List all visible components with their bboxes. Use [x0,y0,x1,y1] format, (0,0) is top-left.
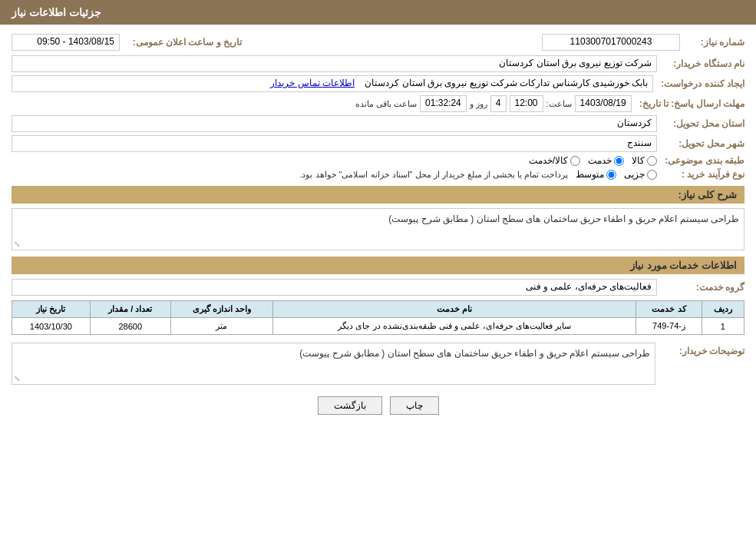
col-tedad: تعداد / مقدار [90,301,170,318]
tabaqe-kala-radio[interactable] [647,156,657,166]
ferayand-mottasat-item: متوسط [576,169,616,180]
row-tabaqe: طبقه بندی موضوعی: کالا خدمت کالا/خدمت [12,155,744,166]
shahr-label: شهر محل تحویل: [660,138,744,149]
deadline-row: 1403/08/19 ساعت: 12:00 4 روز و 01:32:24 … [355,95,632,112]
row-anjam: ایجاد کننده درخواست: بابک خورشیدی کارشنا… [12,75,744,92]
tabaqe-kala-item: کالا [632,155,657,166]
mohlat-saat-label: ساعت: [546,99,572,109]
cell-nam: سایر فعالیت‌های حرفه‌ای، علمی و فنی طبقه… [273,318,636,335]
cell-kod: ز-74-749 [636,318,702,335]
shomareNiaz-label: شماره نیاز: [683,37,744,48]
anjam-label: ایجاد کننده درخواست: [656,78,744,89]
toseif-label: توضیحات خریدار: [660,346,744,356]
mohlat-saat: 12:00 [510,95,543,112]
toseif-box-wrap: طراحی سیستم اعلام حریق و اطفاء حریق ساخت… [12,343,655,385]
services-table-header-row: ردیف کد خدمت نام خدمت واحد اندازه گیری ت… [12,301,744,318]
resize-handle-1[interactable]: ⤡ [14,240,20,248]
cell-tedad: 28600 [90,318,170,335]
shahr-value: سنندج [12,135,657,152]
anjam-link[interactable]: اطلاعات تماس خریدار [270,78,355,88]
col-vahed: واحد اندازه گیری [170,301,272,318]
tabaqe-khadamat-item: خدمت [588,155,624,166]
tabaqe-khadamat-radio[interactable] [614,156,624,166]
tabaqe-khadamat-label: خدمت [588,155,612,166]
ostan-value: کردستان [12,115,657,132]
ferayand-label: نوع فرآیند خرید : [660,169,744,180]
cell-tarikh: 1403/10/30 [12,318,91,335]
ferayand-jozii-label: جزیی [624,169,645,180]
services-table-head: ردیف کد خدمت نام خدمت واحد اندازه گیری ت… [12,301,744,318]
tabaqe-kala-label: کالا [632,155,645,166]
col-shomara: شماره نیاز: 1103007017000243 [242,34,744,51]
ferayand-note: پرداخت تمام یا بخشی از مبلغ خریدار از مح… [299,170,568,180]
tabaqe-kala-khadamat-label: کالا/خدمت [529,155,568,166]
col-namkhadamat: نام خدمت [273,301,636,318]
page-wrapper: جزئیات اطلاعات نیاز شماره نیاز: 11030070… [0,0,756,540]
ferayand-jozii-item: جزیی [624,169,657,180]
button-row: چاپ بازگشت [12,396,744,415]
mohlat-label: مهلت ارسال پاسخ: تا تاریخ: [635,98,744,109]
cell-radif: 1 [702,318,744,335]
col-tarikh: تاریخ نیاز [12,301,91,318]
col-tarikh: تاریخ و ساعت اعلان عمومی: 1403/08/15 - 0… [12,34,242,51]
services-table-body: 1 ز-74-749 سایر فعالیت‌های حرفه‌ای، علمی… [12,318,744,335]
cell-vahed: متر [170,318,272,335]
section-sharhkoli: شرح کلی نیاز: [12,186,744,204]
page-header: جزئیات اطلاعات نیاز [0,0,756,25]
row-namdastgah: نام دستگاه خریدار: شرکت توزیع نیروی برق … [12,55,744,72]
mohlat-rooz-label: روز و [470,99,487,109]
back-button[interactable]: بازگشت [318,396,382,415]
mohlat-baqi-label: ساعت باقی مانده [355,99,417,109]
mohlat-baqi: 01:32:24 [420,95,467,112]
table-row: 1 ز-74-749 سایر فعالیت‌های حرفه‌ای، علمی… [12,318,744,335]
shomareNiaz-value: 1103007017000243 [542,34,680,51]
tabaqe-radio-group: کالا خدمت کالا/خدمت [529,155,657,166]
sharhkoli-value: طراحی سیستم اعلام حریق و اطفاء حریق ساخت… [12,208,744,250]
page-title: جزئیات اطلاعات نیاز [12,6,101,18]
khadamat-section-label: اطلاعات خدمات مورد نیاز [630,260,737,271]
mohlat-rooz: 4 [490,95,507,112]
mohlat-date: 1403/08/19 [575,95,632,112]
row-shomara-tarikh: شماره نیاز: 1103007017000243 تاریخ و ساع… [12,32,744,52]
toseif-value: طراحی سیستم اعلام حریق و اطفاء حریق ساخت… [12,343,655,385]
section-khadamat: اطلاعات خدمات مورد نیاز [12,257,744,274]
namdastgah-label: نام دستگاه خریدار: [660,58,744,69]
ostan-label: استان محل تحویل: [660,118,744,129]
services-table: ردیف کد خدمت نام خدمت واحد اندازه گیری ت… [12,300,744,335]
anjam-value: بابک خورشیدی کارشناس تدارکات شرکت توزیع … [12,75,653,92]
tarikhelan-value: 1403/08/15 - 09:50 [12,34,120,51]
tabaqe-label: طبقه بندی موضوعی: [660,155,744,166]
row-mohlat: مهلت ارسال پاسخ: تا تاریخ: 1403/08/19 سا… [12,95,744,112]
col-kodkhadamat: کد خدمت [636,301,702,318]
groupkhadamat-value: فعالیت‌های حرفه‌ای، علمی و فنی [12,279,657,296]
ferayand-jozii-radio[interactable] [647,170,657,180]
ferayand-radio-group: جزیی متوسط پرداخت تمام یا بخشی از مبلغ خ… [299,169,657,180]
groupkhadamat-label: گروه خدمت: [660,282,744,293]
ferayand-mottasat-radio[interactable] [606,170,616,180]
row-shahr: شهر محل تحویل: سنندج [12,135,744,152]
print-button[interactable]: چاپ [390,396,439,415]
ferayand-mottasat-label: متوسط [576,169,604,180]
toseif-container: توضیحات خریدار: طراحی سیستم اعلام حریق و… [12,343,744,385]
sharhkoli-section-label: شرح کلی نیاز: [678,189,737,200]
row-ostan: استان محل تحویل: کردستان [12,115,744,132]
main-content: شماره نیاز: 1103007017000243 تاریخ و ساع… [0,25,756,434]
tabaqe-kala-khadamat-item: کالا/خدمت [529,155,580,166]
col-radif: ردیف [702,301,744,318]
sharhkoli-container: طراحی سیستم اعلام حریق و اطفاء حریق ساخت… [12,208,744,250]
row-ferayand: نوع فرآیند خرید : جزیی متوسط پرداخت تمام… [12,169,744,180]
row-groupkhadamat: گروه خدمت: فعالیت‌های حرفه‌ای، علمی و فن… [12,279,744,296]
tarikhelan-label: تاریخ و ساعت اعلان عمومی: [123,37,242,48]
tabaqe-kala-khadamat-radio[interactable] [570,156,580,166]
resize-handle-2[interactable]: ⤡ [14,374,20,383]
namdastgah-value: شرکت توزیع نیروی برق استان کردستان [12,55,657,72]
